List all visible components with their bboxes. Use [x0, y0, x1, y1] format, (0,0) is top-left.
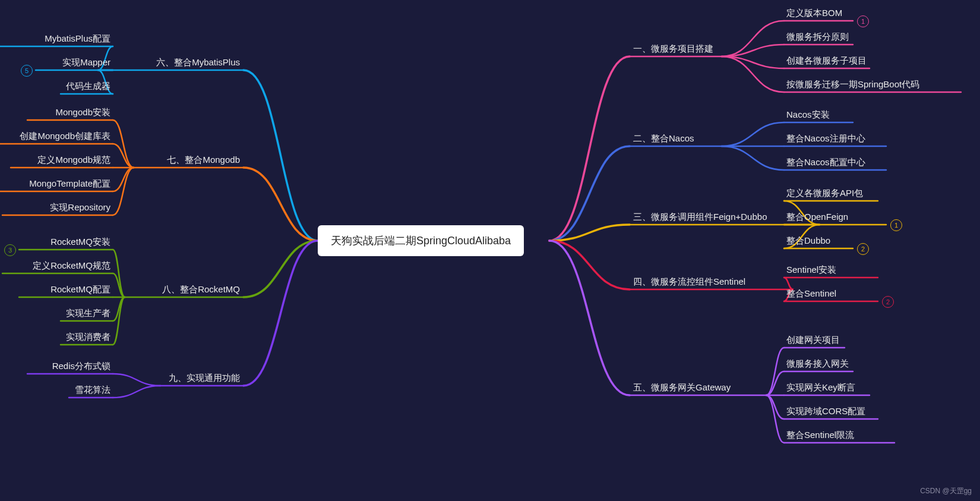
leaf-r-4-1[interactable]: 微服务接入网关 — [786, 358, 849, 370]
branch-r-0[interactable]: 一、微服务项目搭建 — [633, 43, 713, 55]
leaf-l-0-0[interactable]: MybatisPlus配置 — [45, 33, 110, 45]
branch-r-1[interactable]: 二、整合Nacos — [633, 133, 694, 144]
leaf-l-3-1[interactable]: 雪花算法 — [75, 385, 110, 396]
branch-l-1[interactable]: 七、整合Mongodb — [167, 155, 240, 166]
leaf-l-3-0[interactable]: Redis分布式锁 — [52, 361, 110, 372]
leaf-l-2-0[interactable]: RocketMQ安装 — [50, 237, 110, 248]
leaf-r-4-0[interactable]: 创建网关项目 — [786, 335, 840, 346]
leaf-l-2-4[interactable]: 实现消费者 — [66, 332, 110, 343]
badge-1: 1 — [890, 219, 902, 231]
leaf-r-0-0[interactable]: 定义版本BOM — [786, 8, 842, 19]
badge-5: 5 — [21, 65, 33, 77]
leaf-l-2-2[interactable]: RocketMQ配置 — [50, 284, 110, 295]
leaf-r-3-1[interactable]: 整合Sentinel — [786, 288, 836, 300]
leaf-l-1-4[interactable]: 实现Repository — [50, 202, 110, 213]
leaf-r-1-2[interactable]: 整合Nacos配置中心 — [786, 157, 865, 168]
leaf-r-1-1[interactable]: 整合Nacos注册中心 — [786, 133, 865, 144]
branch-r-4[interactable]: 五、微服务网关Gateway — [633, 382, 731, 393]
badge-1: 1 — [857, 15, 869, 27]
leaf-l-1-1[interactable]: 创建Mongodb创建库表 — [20, 131, 110, 142]
leaf-r-0-3[interactable]: 按微服务迁移一期SpringBoot代码 — [786, 79, 919, 90]
leaf-r-3-0[interactable]: Sentinel安装 — [786, 264, 836, 276]
branch-r-3[interactable]: 四、微服务流控组件Sentinel — [633, 276, 745, 288]
leaf-l-0-2[interactable]: 代码生成器 — [66, 81, 110, 92]
branch-l-2[interactable]: 八、整合RocketMQ — [162, 284, 240, 295]
leaf-r-2-0[interactable]: 定义各微服务API包 — [786, 188, 863, 199]
leaf-r-4-4[interactable]: 整合Sentinel限流 — [786, 430, 854, 441]
badge-2: 2 — [857, 243, 869, 255]
leaf-r-4-2[interactable]: 实现网关Key断言 — [786, 382, 855, 393]
badge-3: 3 — [4, 244, 16, 256]
leaf-r-2-1[interactable]: 整合OpenFeign — [786, 212, 848, 223]
leaf-r-2-2[interactable]: 整合Dubbo — [786, 235, 830, 247]
leaf-l-1-2[interactable]: 定义Mongodb规范 — [37, 155, 110, 166]
leaf-r-4-3[interactable]: 实现跨域CORS配置 — [786, 406, 865, 417]
branch-l-0[interactable]: 六、整合MybatisPlus — [156, 57, 240, 68]
badge-2: 2 — [882, 296, 894, 308]
center-node[interactable]: 天狗实战后端二期SpringCloudAlibaba — [318, 225, 524, 256]
leaf-r-0-1[interactable]: 微服务拆分原则 — [786, 31, 849, 43]
leaf-l-2-1[interactable]: 定义RocketMQ规范 — [33, 260, 110, 272]
leaf-l-0-1[interactable]: 实现Mapper — [62, 57, 110, 68]
branch-l-3[interactable]: 九、实现通用功能 — [169, 373, 240, 384]
leaf-r-1-0[interactable]: Nacos安装 — [786, 109, 830, 121]
leaf-l-1-3[interactable]: MongoTemplate配置 — [29, 178, 110, 190]
leaf-l-1-0[interactable]: Mongodb安装 — [55, 107, 110, 118]
leaf-l-2-3[interactable]: 实现生产者 — [66, 308, 110, 319]
branch-r-2[interactable]: 三、微服务调用组件Feign+Dubbo — [633, 212, 767, 223]
watermark: CSDN @天罡gg — [920, 486, 972, 496]
leaf-r-0-2[interactable]: 创建各微服务子项目 — [786, 55, 867, 67]
